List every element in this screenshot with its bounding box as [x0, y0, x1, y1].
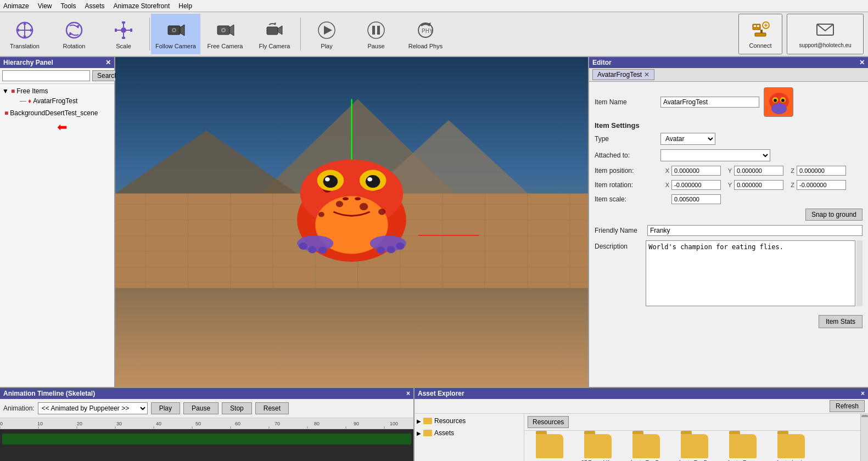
timeline-content[interactable]: [0, 429, 413, 461]
menu-animaze[interactable]: Animaze: [3, 2, 29, 10]
anim-play-button[interactable]: Play: [151, 402, 180, 414]
friendly-name-input[interactable]: [647, 225, 863, 236]
svg-rect-39: [754, 25, 756, 27]
menu-help[interactable]: Help: [178, 2, 192, 10]
tree-arrow-icon: ▶: [417, 418, 421, 424]
follow-camera-button[interactable]: Follow Camera: [151, 14, 200, 54]
svg-point-94: [318, 246, 327, 254]
animation-title: Animation Timeline (Skeletal): [3, 390, 95, 397]
description-row: Description World's champion for eating …: [595, 240, 863, 306]
asset-tree-resources[interactable]: ▶ Resources: [417, 416, 522, 426]
pos-z-label: Z: [786, 167, 794, 174]
svg-text:100: 100: [390, 421, 398, 426]
menu-tools[interactable]: Tools: [60, 2, 76, 10]
anim-stop-button[interactable]: Stop: [222, 402, 252, 414]
asset-item-2dface[interactable]: 2DFace_V1...: [576, 434, 620, 461]
asset-grid: .. 2DFace_V1... AvatarEggP... AvatarEggP…: [524, 431, 860, 461]
scale-button[interactable]: Scale: [99, 14, 148, 54]
play-button[interactable]: Play: [302, 14, 351, 54]
translation-button[interactable]: Translation: [0, 14, 49, 54]
rotation-button[interactable]: Rotation: [49, 14, 99, 54]
attached-to-label: Attached to:: [595, 151, 660, 159]
animation-header: Animation Timeline (Skeletal) ×: [0, 388, 413, 399]
item-thumbnail: [764, 87, 793, 117]
svg-point-85: [366, 175, 380, 188]
arrow-indicator: ⬅: [57, 120, 112, 134]
scale-input[interactable]: [671, 194, 721, 204]
connect-button[interactable]: Connect: [738, 14, 782, 54]
svg-marker-28: [278, 26, 282, 35]
tree-group-free-items: — ♦ AvatarFrogTest: [2, 96, 112, 106]
menu-view[interactable]: View: [38, 2, 52, 10]
menu-assets[interactable]: Assets: [85, 2, 105, 10]
tree-item-background[interactable]: ■ BackgroundDesertTest_scene: [2, 108, 112, 118]
assets-folder-icon: [423, 430, 432, 436]
rot-x-label: X: [660, 182, 669, 188]
reload-phys-label: Reload Phys: [408, 43, 443, 49]
asset-explorer-close-icon[interactable]: ×: [861, 390, 865, 397]
hierarchy-close-icon[interactable]: ✕: [105, 59, 111, 66]
free-camera-button[interactable]: Free Camera: [200, 14, 250, 54]
anim-reset-button[interactable]: Reset: [255, 402, 289, 414]
tree-item-free-items[interactable]: ▼ ■ Free Items: [2, 86, 112, 96]
editor-close-icon[interactable]: ✕: [859, 59, 865, 66]
asset-item-avatarfrog[interactable]: AvatarFrog...: [721, 434, 765, 461]
asset-item-avatareggp2[interactable]: AvatarEggP...: [673, 434, 716, 461]
type-select[interactable]: Avatar: [660, 133, 715, 145]
svg-point-78: [336, 201, 343, 207]
editor-tab-close-icon[interactable]: ✕: [644, 71, 649, 78]
fly-camera-label: Fly Camera: [259, 43, 290, 49]
snap-to-ground-button[interactable]: Snap to ground: [805, 209, 863, 221]
editor-tab-item[interactable]: AvatarFrogTest ✕: [592, 69, 654, 80]
attached-to-select[interactable]: [660, 149, 770, 161]
reload-phys-button[interactable]: PHY Reload Phys: [401, 14, 450, 54]
pos-y-label: Y: [723, 167, 732, 174]
free-camera-label: Free Camera: [208, 43, 243, 49]
svg-rect-17: [115, 29, 117, 32]
pause-button[interactable]: Pause: [351, 14, 401, 54]
svg-text:50: 50: [195, 421, 201, 426]
animation-close-icon[interactable]: ×: [406, 390, 410, 397]
hierarchy-header: Hierarchy Panel ✕: [0, 57, 114, 68]
description-textarea[interactable]: World's champion for eating flies.: [646, 240, 855, 306]
ruler-ticks: 0 10 20 30 40 50 60 70 80 90 100: [0, 418, 413, 429]
refresh-button[interactable]: Refresh: [830, 400, 865, 412]
description-scrollbar[interactable]: [856, 240, 863, 306]
rot-y-label: Y: [723, 182, 732, 188]
anim-pause-button[interactable]: Pause: [183, 402, 219, 414]
asset-item-avatarluci[interactable]: AvatarLuci...: [769, 434, 813, 461]
friendly-name-row: Friendly Name: [595, 225, 863, 236]
viewport[interactable]: [115, 57, 588, 387]
svg-rect-34: [377, 26, 380, 35]
pos-y-input[interactable]: [734, 166, 783, 176]
rot-y-input[interactable]: [734, 180, 783, 190]
item-stats-row: Item Stats: [595, 311, 863, 328]
item-stats-button[interactable]: Item Stats: [819, 315, 863, 328]
timeline-vscrollbar[interactable]: [861, 417, 868, 461]
asset-item-dotdot[interactable]: ..: [528, 434, 572, 461]
asset-tree-assets[interactable]: ▶ Assets: [417, 428, 522, 438]
rot-x-input[interactable]: [671, 180, 721, 190]
asset-explorer-header: Asset Explorer ×: [415, 388, 868, 399]
svg-text:0: 0: [0, 421, 3, 426]
position-xyz: X Y Z: [660, 166, 846, 176]
rot-z-input[interactable]: [797, 180, 846, 190]
asset-resources-toolbar: Resources: [524, 414, 860, 431]
search-input[interactable]: [2, 70, 90, 81]
pos-z-input[interactable]: [797, 166, 846, 176]
hierarchy-tree: ▼ ■ Free Items — ♦ AvatarFrogTest ■ Back…: [0, 84, 114, 387]
tree-folder-icon: ■: [11, 87, 15, 95]
support-button[interactable]: support@holotech.eu: [787, 14, 864, 54]
fly-camera-button[interactable]: Fly Camera: [250, 14, 299, 54]
pos-x-label: X: [660, 167, 669, 174]
resources-btn[interactable]: Resources: [528, 416, 569, 428]
item-scale-label: Item scale:: [595, 195, 660, 203]
pos-x-input[interactable]: [671, 166, 721, 176]
asset-item-avatareggp1[interactable]: AvatarEggP...: [624, 434, 668, 461]
item-name-input[interactable]: [660, 97, 759, 108]
editor-header: Editor ✕: [589, 57, 868, 68]
timeline-ruler: 0 10 20 30 40 50 60 70 80 90 100: [0, 418, 413, 429]
tree-item-avatarfrogtest[interactable]: — ♦ AvatarFrogTest: [9, 96, 112, 106]
menu-storefront[interactable]: Animaze Storefront: [114, 2, 170, 10]
animation-select[interactable]: << Animated by Puppeteer >>: [38, 402, 148, 414]
